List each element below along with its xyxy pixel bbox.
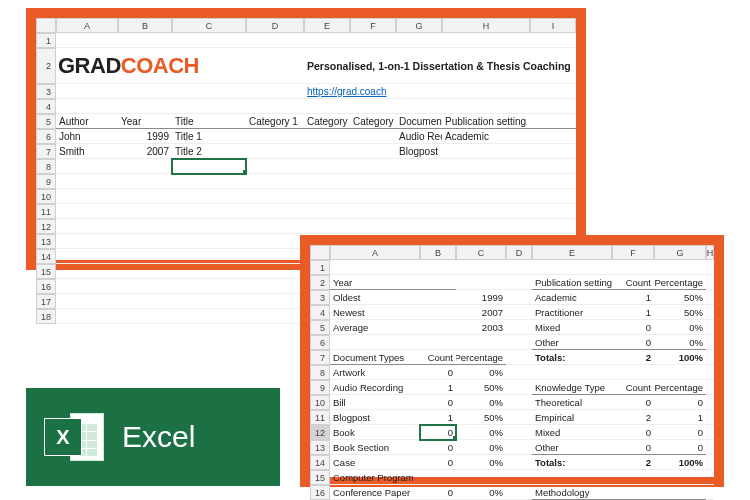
col-H[interactable]: H	[442, 18, 530, 33]
row-3[interactable]: 3	[36, 84, 56, 99]
know-section[interactable]: Knowledge Type	[532, 380, 612, 395]
col-G[interactable]: G	[396, 18, 442, 33]
col-F[interactable]: F	[350, 18, 396, 33]
sheet-top-frame: A B C D E F G H I 1 2 GRADCOACH Personal…	[26, 8, 586, 270]
worksheet-top[interactable]: A B C D E F G H I 1 2 GRADCOACH Personal…	[36, 18, 576, 260]
d-title[interactable]: Title 2	[172, 144, 246, 159]
row-17[interactable]: 17	[36, 294, 56, 309]
row-2[interactable]: 2	[36, 48, 56, 84]
row-12[interactable]: 12	[36, 219, 56, 234]
row-18[interactable]: 18	[36, 309, 56, 324]
col-B[interactable]: B	[118, 18, 172, 33]
sheet-stats-frame: A B C D E F G H 1 2 Year Publication set…	[300, 235, 724, 487]
col-I[interactable]: I	[530, 18, 576, 33]
excel-x-icon: X	[44, 418, 82, 456]
h-cat3[interactable]: Category 3	[350, 114, 396, 129]
url-link[interactable]: https://grad.coach	[304, 84, 576, 99]
d-doc[interactable]: Blogpost	[396, 144, 442, 159]
row-8[interactable]: 8	[36, 159, 56, 174]
row-13[interactable]: 13	[36, 234, 56, 249]
blank[interactable]	[56, 33, 576, 48]
d-pub[interactable]: Academic	[442, 129, 530, 144]
row-5[interactable]: 5	[36, 114, 56, 129]
row-16[interactable]: 16	[36, 279, 56, 294]
d-title[interactable]: Title 1	[172, 129, 246, 144]
excel-badge: X Excel	[26, 388, 280, 486]
h-cat2[interactable]: Category 2	[304, 114, 350, 129]
corner-cell[interactable]	[310, 245, 330, 260]
h-cat1[interactable]: Category 1	[246, 114, 304, 129]
col-C[interactable]: C	[172, 18, 246, 33]
row-10[interactable]: 10	[36, 189, 56, 204]
col-A[interactable]: A	[56, 18, 118, 33]
d-year[interactable]: 1999	[118, 129, 172, 144]
active-cell-b12[interactable]: 0	[420, 425, 456, 440]
row-6[interactable]: 6	[36, 129, 56, 144]
logo: GRADCOACH	[56, 48, 304, 84]
h-year[interactable]: Year	[118, 114, 172, 129]
blank[interactable]	[530, 114, 576, 129]
excel-icon: X	[44, 409, 104, 465]
row-14[interactable]: 14	[36, 249, 56, 264]
logo-coach: COACH	[121, 53, 199, 79]
row-7[interactable]: 7	[36, 144, 56, 159]
row-4[interactable]: 4	[36, 99, 56, 114]
year-section[interactable]: Year	[330, 275, 420, 290]
col-E[interactable]: E	[304, 18, 350, 33]
h-title[interactable]: Title	[172, 114, 246, 129]
d-author[interactable]: John	[56, 129, 118, 144]
meth-section[interactable]: Methodology	[532, 485, 612, 500]
logo-grad: GRAD	[58, 53, 121, 79]
h-author[interactable]: Author	[56, 114, 118, 129]
blank[interactable]	[56, 99, 576, 114]
d-year[interactable]: 2007	[118, 144, 172, 159]
row-1[interactable]: 1	[36, 33, 56, 48]
h-pub[interactable]: Publication setting	[442, 114, 530, 129]
row-11[interactable]: 11	[36, 204, 56, 219]
excel-label: Excel	[122, 420, 195, 454]
active-cell-c8[interactable]	[172, 159, 246, 174]
col-D[interactable]: D	[246, 18, 304, 33]
blank[interactable]	[56, 84, 304, 99]
tagline: Personalised, 1-on-1 Dissertation & Thes…	[304, 48, 576, 84]
h-doc[interactable]: Document type	[396, 114, 442, 129]
d-author[interactable]: Smith	[56, 144, 118, 159]
worksheet-stats[interactable]: A B C D E F G H 1 2 Year Publication set…	[310, 245, 714, 477]
d-pub[interactable]	[442, 144, 530, 159]
pub-section[interactable]: Publication setting	[532, 275, 612, 290]
doc-section[interactable]: Document Types	[330, 350, 420, 365]
row-9[interactable]: 9	[36, 174, 56, 189]
d-doc[interactable]: Audio Recording	[396, 129, 442, 144]
row-15[interactable]: 15	[36, 264, 56, 279]
corner-cell[interactable]	[36, 18, 56, 33]
